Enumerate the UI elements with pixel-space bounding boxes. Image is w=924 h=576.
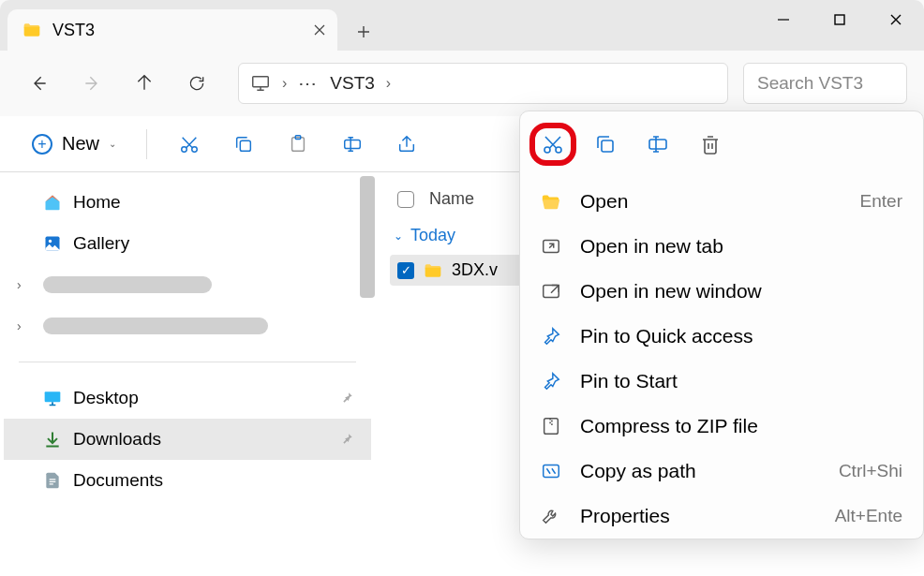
paste-button[interactable] (273, 124, 323, 165)
download-icon (43, 430, 62, 449)
folder-open-icon (541, 191, 561, 212)
ctx-open-window[interactable]: Open in new window (520, 269, 923, 314)
chevron-down-icon: ⌄ (394, 229, 403, 243)
chevron-right-icon: › (282, 75, 287, 92)
pin-icon (341, 433, 354, 446)
pin-icon (341, 391, 354, 405)
column-name[interactable]: Name (429, 189, 474, 209)
close-icon (888, 12, 903, 27)
zip-icon (541, 416, 561, 436)
share-icon (396, 134, 417, 155)
redacted-label (43, 318, 268, 334)
folder-icon (424, 261, 442, 280)
divider (19, 362, 356, 362)
ctx-open-tab[interactable]: Open in new tab (520, 224, 923, 269)
sidebar-item-label: Desktop (73, 388, 139, 408)
wrench-icon (541, 506, 561, 526)
new-button[interactable]: + New ⌄ (19, 126, 129, 162)
monitor-icon (250, 73, 271, 94)
checkbox-checked[interactable]: ✓ (397, 262, 414, 279)
up-button[interactable] (122, 61, 167, 106)
ctx-rename-button[interactable] (634, 123, 681, 166)
arrow-up-icon (135, 74, 154, 93)
gallery-icon (43, 234, 62, 253)
sidebar-item-label: Downloads (73, 429, 161, 450)
share-button[interactable] (381, 124, 432, 165)
maximize-button[interactable] (812, 0, 868, 39)
svg-point-2 (182, 146, 187, 152)
cut-icon (542, 133, 564, 155)
chevron-right-icon[interactable]: › (17, 318, 22, 333)
chevron-right-icon[interactable]: › (386, 75, 391, 92)
group-label: Today (410, 226, 455, 245)
copy-path-icon (541, 461, 561, 481)
svg-rect-13 (602, 140, 613, 152)
ctx-open[interactable]: Open Enter (520, 179, 923, 224)
sidebar-item-redacted-b[interactable]: › (4, 305, 371, 347)
copy-button[interactable] (218, 124, 269, 165)
ctx-shortcut: Enter (860, 191, 902, 212)
new-tab-button[interactable] (345, 13, 382, 51)
open-window-icon (541, 281, 561, 302)
svg-point-9 (49, 240, 52, 243)
ctx-shortcut: Alt+Ente (835, 506, 902, 526)
svg-point-3 (192, 146, 198, 152)
ctx-pin-quick[interactable]: Pin to Quick access (520, 314, 923, 359)
titlebar: VST3 (0, 0, 924, 51)
navbar: › ⋯ VST3 › Search VST3 (0, 51, 924, 116)
breadcrumb-current[interactable]: VST3 (330, 73, 375, 94)
ctx-properties[interactable]: Properties Alt+Ente (520, 494, 923, 539)
select-all-checkbox[interactable] (397, 191, 414, 208)
svg-point-11 (544, 147, 550, 153)
document-icon (43, 471, 62, 490)
ctx-compress[interactable]: Compress to ZIP file (520, 404, 923, 449)
rename-button[interactable] (327, 124, 378, 165)
pin-icon (541, 371, 561, 391)
open-tab-icon (541, 236, 561, 257)
sidebar-item-downloads[interactable]: Downloads (4, 419, 371, 460)
rename-icon (647, 133, 669, 155)
ctx-delete-button[interactable] (687, 123, 734, 166)
ctx-label: Properties (580, 505, 816, 527)
context-menu: Open Enter Open in new tab Open in new w… (519, 111, 924, 539)
close-icon[interactable] (313, 23, 326, 37)
ctx-cut-button[interactable] (529, 123, 576, 166)
ctx-copy-path[interactable]: Copy as path Ctrl+Shi (520, 449, 923, 494)
address-bar[interactable]: › ⋯ VST3 › (238, 63, 728, 104)
ctx-label: Pin to Start (580, 370, 902, 392)
cut-button[interactable] (164, 124, 215, 165)
window-controls (755, 0, 924, 39)
ctx-label: Open in new tab (580, 235, 902, 258)
minimize-button[interactable] (755, 0, 812, 39)
tab-vst3[interactable]: VST3 (7, 9, 337, 51)
sidebar-item-home[interactable]: Home (4, 182, 371, 223)
forward-button[interactable] (69, 61, 114, 106)
folder-icon (22, 21, 41, 39)
search-placeholder: Search VST3 (757, 73, 863, 94)
sidebar-item-documents[interactable]: Documents (4, 460, 371, 501)
svg-rect-17 (544, 419, 559, 435)
sidebar-item-gallery[interactable]: Gallery (4, 223, 371, 264)
sidebar-item-redacted-a[interactable]: › (4, 264, 371, 305)
minimize-icon (776, 12, 791, 27)
trash-icon (699, 133, 722, 155)
ctx-shortcut: Ctrl+Shi (839, 461, 902, 481)
close-button[interactable] (868, 0, 924, 39)
more-icon[interactable]: ⋯ (298, 72, 319, 95)
ctx-copy-button[interactable] (582, 123, 629, 166)
ctx-pin-start[interactable]: Pin to Start (520, 359, 923, 404)
sidebar-item-label: Gallery (73, 233, 129, 254)
sidebar-item-desktop[interactable]: Desktop (4, 377, 371, 419)
svg-rect-10 (45, 391, 61, 402)
search-input[interactable]: Search VST3 (743, 63, 907, 104)
refresh-button[interactable] (174, 61, 219, 106)
chevron-right-icon[interactable]: › (17, 277, 22, 292)
back-button[interactable] (17, 61, 62, 106)
svg-rect-7 (345, 140, 361, 148)
ctx-label: Copy as path (580, 460, 820, 482)
file-name: 3DX.v (452, 260, 498, 280)
svg-rect-0 (835, 15, 844, 24)
tab-title: VST3 (52, 21, 302, 40)
rename-icon (342, 134, 363, 155)
ctx-label: Open in new window (580, 280, 902, 303)
